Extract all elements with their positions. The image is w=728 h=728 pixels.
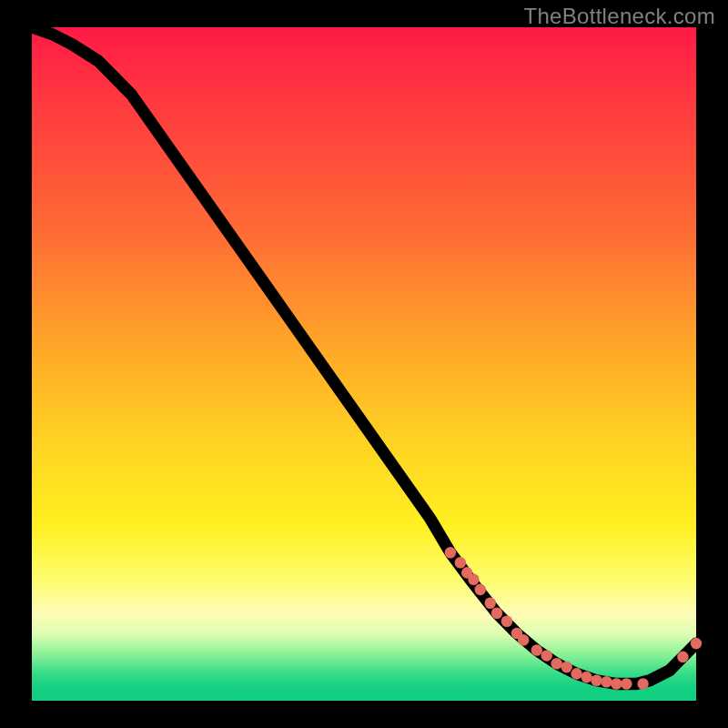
watermark-text: TheBottleneck.com [523,4,715,29]
highlighted-point [621,678,632,690]
highlighted-point [468,574,479,586]
highlighted-point [455,557,466,569]
highlighted-point [637,678,648,690]
highlighted-point [531,644,542,656]
highlighted-point [475,584,486,596]
highlighted-point [445,547,456,559]
highlighted-point [677,652,688,663]
chart-frame: TheBottleneck.com [0,0,728,728]
bottleneck-curve-line [32,27,696,684]
plot-area [32,27,696,701]
highlighted-point [541,650,552,662]
highlighted-point [484,597,495,609]
highlighted-point [591,675,602,687]
highlighted-point [501,615,512,627]
highlighted-point [581,672,592,683]
chart-svg [32,27,696,701]
highlighted-point [571,668,581,680]
highlighted-point [561,662,571,673]
highlighted-point [611,678,622,690]
highlighted-point [601,676,612,688]
highlighted-point [691,638,702,650]
highlighted-point [491,608,502,620]
highlighted-point [518,634,529,646]
highlighted-point [551,658,561,670]
